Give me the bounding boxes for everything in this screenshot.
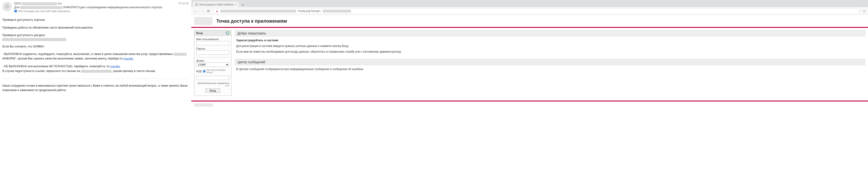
login-body: Имя пользователя: Пароль: Домен: CORP КО… xyxy=(194,36,231,96)
password-input[interactable] xyxy=(196,50,229,55)
redacted-url-host xyxy=(220,10,296,12)
brand-title: Точка доступа к приложениям xyxy=(216,19,287,24)
messages-body: В Центре сообщений отображаются все инфо… xyxy=(235,68,865,76)
header-lines: ООО ru> Для ИНФОРМ"Отдел сопровождения и… xyxy=(14,2,189,12)
body-p8: Наши сотрудники готовы в максимально кор… xyxy=(2,83,189,92)
body-p1: Проверьте доступность портала xyxy=(2,18,189,22)
messages-head: Центр сообщений xyxy=(235,59,865,65)
info-icon: i xyxy=(14,10,17,12)
info-column: Добро пожаловать Зарегистрируйтесь в сис… xyxy=(235,30,865,76)
sender-suffix: ru> xyxy=(58,2,62,5)
username-input[interactable] xyxy=(196,41,229,45)
body-p4: Если Вы считаете, что ЗАЯВКА: xyxy=(2,44,189,49)
email-header: О ООО ru> Для ИНФОРМ"Отдел сопровождения… xyxy=(2,2,189,12)
browser-tab[interactable]: Регистрация в Web Interface × xyxy=(193,2,239,7)
separator-dots: - - - - - - - - - - - - - - - - - - - - … xyxy=(2,77,189,80)
kod-input[interactable] xyxy=(196,76,229,80)
sender-line: ООО ru> xyxy=(14,2,189,5)
domain-label: Домен: xyxy=(196,59,229,62)
welcome-p1: Для регистрации в системе введите нужные… xyxy=(236,44,864,48)
tab-title: Регистрация в Web Interface xyxy=(199,3,234,6)
redacted-forward-address xyxy=(81,70,112,73)
welcome-bold: Зарегистрируйтесь в системе xyxy=(236,39,864,42)
content-row: Вход Имя пользователя: Пароль: Домен: CO… xyxy=(191,28,868,98)
messages-p1: В Центре сообщений отображаются все инфо… xyxy=(236,68,864,71)
reload-button[interactable]: ⟳ xyxy=(207,9,211,13)
p7-before: В случае недоступности ссылки, перешлите… xyxy=(2,69,81,73)
footer-logo xyxy=(194,103,213,107)
address-bar: ← → ⟳ ▲ Portla.php?email= ☆ xyxy=(191,7,868,15)
favicon-icon xyxy=(195,3,198,6)
login-head-label: Вход xyxy=(196,32,203,34)
redacted-sender xyxy=(22,2,57,5)
body-p2: Проведены работы по обновлению части при… xyxy=(2,26,189,30)
new-tab-button[interactable]: + xyxy=(241,3,245,7)
redacted-url-param xyxy=(323,10,351,12)
refresh-icon[interactable] xyxy=(226,31,229,35)
bookmark-button[interactable]: ☆ xyxy=(862,9,866,13)
avatar: О xyxy=(2,2,12,11)
welcome-body: Зарегистрируйтесь в системе Для регистра… xyxy=(235,39,865,59)
importance-row: i This message was sent with High import… xyxy=(14,10,189,12)
p5-before: - ВЫПОЛНЕНА корректно, подтвердите, пожа… xyxy=(2,52,174,56)
survey-link[interactable]: ссылке. xyxy=(124,57,134,60)
brand-row: Точка доступа к приложениям xyxy=(191,15,868,28)
kod-row: КОД: ? Как использовать поле? xyxy=(196,69,229,74)
browser-pane: Регистрация в Web Interface × + ← → ⟳ ▲ … xyxy=(191,0,868,181)
redacted-resource xyxy=(2,38,66,41)
p7-after: , указав причину в тексте письма xyxy=(112,69,155,73)
username-label: Имя пользователя: xyxy=(196,38,229,41)
help-icon[interactable]: ? xyxy=(203,70,206,73)
tab-strip: Регистрация в Web Interface × + xyxy=(191,0,868,7)
to-middle: ИНФОРМ"Отдел сопровождения информационно… xyxy=(63,6,162,9)
kod-label: КОД: xyxy=(196,70,202,73)
back-button[interactable]: ← xyxy=(193,9,197,13)
kod-help-text: Как использовать поле? xyxy=(207,69,229,74)
body-p6: - НЕ ВЫПОЛНЕНА или выполнена НЕ ПОЛНОСТЬ… xyxy=(2,64,189,69)
extra-params-link[interactable]: Дополнительные параметры >>> xyxy=(196,82,229,87)
login-box: Вход Имя пользователя: Пароль: Домен: CO… xyxy=(194,30,231,96)
login-head: Вход xyxy=(194,30,231,36)
sender-prefix: ООО xyxy=(14,2,21,5)
body-p3: Проверьте доступность ресурса: xyxy=(2,33,189,38)
to-prefix: Для xyxy=(14,6,19,9)
welcome-head: Добро пожаловать xyxy=(235,30,865,36)
p6-before: - НЕ ВЫПОЛНЕНА или выполнена НЕ ПОЛНОСТЬ… xyxy=(2,65,110,68)
email-pane: 02.03.20 О ООО ru> Для ИНФОРМ"Отдел сопр… xyxy=(0,0,191,181)
redacted-company-1 xyxy=(174,53,187,56)
fail-link[interactable]: ссылке. xyxy=(110,65,120,68)
login-button[interactable]: Вход xyxy=(206,88,220,93)
email-date: 02.03.20 xyxy=(179,2,189,5)
forward-button[interactable]: → xyxy=(200,9,204,13)
redacted-recipient xyxy=(20,6,63,9)
url-visible: Portla.php?email= xyxy=(298,9,321,13)
footer-bar xyxy=(191,101,868,109)
body-p5: - ВЫПОЛНЕНА корректно, подтвердите, пожа… xyxy=(2,52,189,61)
url-input[interactable]: ▲ Portla.php?email= xyxy=(213,8,860,14)
email-body: Проверьте доступность портала Проведены … xyxy=(2,18,189,92)
importance-text: This message was sent with High importan… xyxy=(18,10,71,12)
to-line: Для ИНФОРМ"Отдел сопровождения информаци… xyxy=(14,6,189,9)
brand-logo xyxy=(194,17,213,25)
p5-after: ИНФОРМ", просим Вас оценить качество вып… xyxy=(2,57,124,60)
security-warning-icon: ▲ xyxy=(216,9,218,13)
password-label: Пароль: xyxy=(196,47,229,50)
domain-select[interactable]: CORP xyxy=(196,63,229,67)
welcome-p2: Если вам не известны необходимые для вхо… xyxy=(236,50,864,53)
close-icon[interactable]: × xyxy=(235,3,237,6)
body-p7: В случае недоступности ссылки, перешлите… xyxy=(2,69,189,73)
